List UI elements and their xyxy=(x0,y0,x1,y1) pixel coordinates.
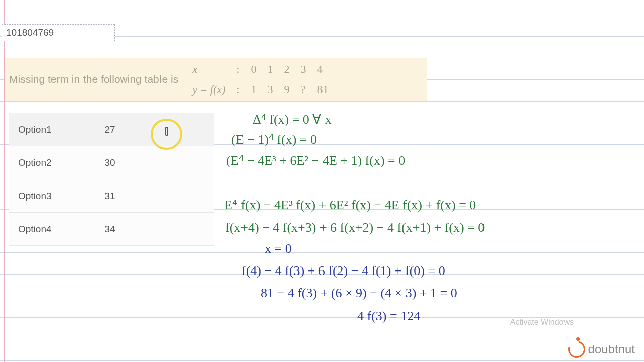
option-label: Option1 xyxy=(9,124,85,135)
option-value: 34 xyxy=(85,224,135,235)
option-label: Option3 xyxy=(9,191,85,202)
option-row[interactable]: Option3 31 xyxy=(9,179,214,213)
hand-line-7: f(4) − 4 f(3) + 6 f(2) − 4 f(1) + f(0) =… xyxy=(242,263,445,279)
option-value: 27 xyxy=(85,124,135,135)
doubtnut-logo[interactable]: doubtnut xyxy=(568,341,635,358)
hand-line-8: 81 − 4 f(3) + (6 × 9) − (4 × 3) + 1 = 0 xyxy=(261,286,457,301)
windows-activation-watermark: Activate Windows xyxy=(510,318,574,327)
question-table: x : 0 1 2 3 4 y = f(x) : 1 3 9 ? 81 xyxy=(186,59,334,100)
row1-label: x xyxy=(192,63,197,75)
option-value: 31 xyxy=(85,191,135,202)
options-list: Option1 27 Option2 30 Option3 31 Option4… xyxy=(9,113,214,246)
question-box: Missing term in the following table is x… xyxy=(5,58,427,101)
hand-line-3: (E⁴ − 4E³ + 6E² − 4E + 1) f(x) = 0 xyxy=(226,153,405,168)
hand-line-1: Δ⁴ f(x) = 0 ∀ x xyxy=(253,112,332,127)
row2-label: y = f(x) xyxy=(192,83,225,96)
doubtnut-logo-text: doubtnut xyxy=(588,342,635,356)
hand-line-5: f(x+4) − 4 f(x+3) + 6 f(x+2) − 4 f(x+1) … xyxy=(225,220,485,235)
option-label: Option4 xyxy=(9,224,85,235)
hand-line-2: (E − 1)⁴ f(x) = 0 xyxy=(231,132,317,147)
question-id-box: 101804769 xyxy=(2,24,115,41)
doubtnut-logo-icon xyxy=(565,338,588,361)
option-label: Option2 xyxy=(9,157,85,168)
option-row[interactable]: Option1 27 xyxy=(9,113,214,146)
option-row[interactable]: Option4 34 xyxy=(9,213,214,246)
question-id: 101804769 xyxy=(6,27,54,38)
text-cursor-icon xyxy=(165,127,168,136)
hand-line-4: E⁴ f(x) − 4E³ f(x) + 6E² f(x) − 4E f(x) … xyxy=(224,197,476,213)
hand-line-9: 4 f(3) = 124 xyxy=(357,309,420,324)
question-text: Missing term in the following table is xyxy=(9,73,178,85)
option-value: 30 xyxy=(85,157,135,168)
option-row[interactable]: Option2 30 xyxy=(9,146,214,179)
hand-line-6: x = 0 xyxy=(265,241,292,256)
